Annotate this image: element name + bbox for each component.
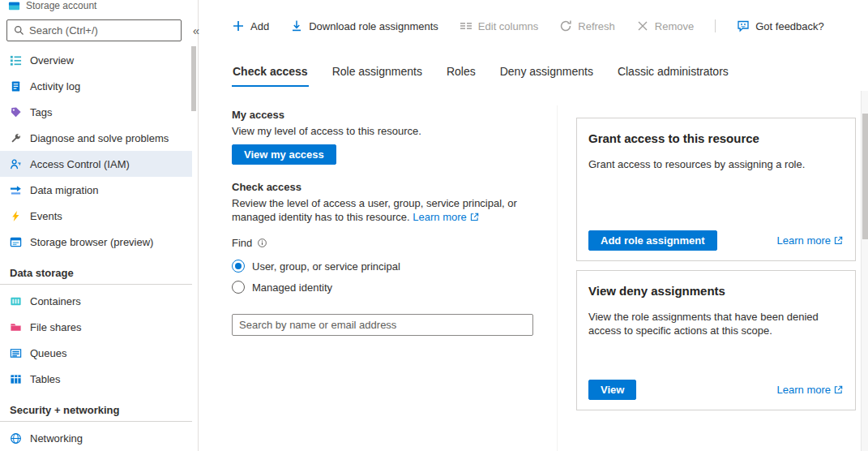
learn-more-label: Learn more: [777, 384, 831, 396]
sidebar-item-label: Access Control (IAM): [30, 158, 130, 170]
view-deny-assignments-card: View deny assignments View the role assi…: [576, 270, 856, 410]
refresh-label: Refresh: [578, 20, 615, 32]
edit-columns-button: Edit columns: [460, 19, 538, 32]
file-shares-icon: [10, 321, 22, 333]
deny-assignments-card-footer: View Learn more: [588, 380, 844, 400]
command-bar: Add Download role assignments Edit colum…: [232, 19, 824, 32]
tab-role-assignments[interactable]: Role assignments: [331, 63, 423, 87]
overview-icon: [10, 54, 22, 67]
name-or-email-search-input[interactable]: [232, 314, 533, 336]
grant-access-card: Grant access to this resource Grant acce…: [576, 118, 856, 261]
sidebar-item-queues[interactable]: Queues: [0, 340, 192, 366]
sidebar-item-label: Diagnose and solve problems: [30, 132, 169, 144]
tab-classic-administrators[interactable]: Classic administrators: [617, 63, 729, 87]
search-icon: [14, 25, 24, 36]
download-role-assignments-button[interactable]: Download role assignments: [290, 19, 438, 32]
toolbar-separator: [715, 19, 716, 32]
grant-access-card-description: Grant access to resources by assigning a…: [588, 157, 844, 171]
sidebar-item-label: Activity log: [30, 80, 80, 92]
sidebar-item-tags[interactable]: Tags: [0, 99, 192, 125]
diagnose-icon: [10, 132, 22, 144]
sidebar-item-label: Data migration: [30, 184, 99, 196]
tab-check-access[interactable]: Check access: [232, 63, 309, 87]
deny-assignments-card-description: View the role assignments that have been…: [588, 310, 844, 337]
check-access-title: Check access: [232, 181, 554, 193]
security-networking-items: Networking: [0, 422, 192, 451]
add-button[interactable]: Add: [232, 19, 269, 32]
sidebar-search-box[interactable]: [6, 19, 182, 41]
got-feedback-button[interactable]: Got feedback?: [737, 19, 824, 32]
radio-label: User, group, or service principal: [252, 260, 400, 273]
activity-log-icon: [10, 80, 22, 92]
sidebar-item-label: Containers: [30, 295, 81, 307]
sidebar-item-tables[interactable]: Tables: [0, 366, 192, 392]
check-access-learn-more-link[interactable]: Learn more: [413, 210, 479, 224]
content-divider: [557, 105, 558, 451]
data-storage-items: Containers File shares Queues: [0, 285, 192, 392]
learn-more-label: Learn more: [413, 210, 466, 224]
grant-access-learn-more-link[interactable]: Learn more: [777, 234, 844, 247]
external-link-icon: [469, 212, 480, 222]
resource-type-label: Storage account: [26, 0, 96, 11]
sidebar-section-security-networking: Security + networking: [0, 397, 192, 422]
add-role-assignment-button[interactable]: Add role assignment: [588, 230, 717, 251]
check-access-description: Review the level of access a user, group…: [232, 196, 554, 224]
refresh-icon: [559, 19, 572, 32]
radio-managed-identity[interactable]: Managed identity: [232, 277, 554, 298]
sidebar-item-networking[interactable]: Networking: [0, 425, 192, 451]
view-my-access-button[interactable]: View my access: [232, 144, 336, 165]
containers-icon: [10, 295, 22, 307]
main-scrollbar-track[interactable]: [861, 91, 868, 451]
deny-assignments-learn-more-link[interactable]: Learn more: [777, 384, 844, 396]
radio-user-group-service-principal[interactable]: User, group, or service principal: [232, 256, 554, 277]
sidebar-item-activity-log[interactable]: Activity log: [0, 73, 192, 99]
storage-account-icon: [8, 0, 20, 12]
download-label: Download role assignments: [309, 20, 438, 32]
refresh-button: Refresh: [559, 19, 615, 32]
sidebar-item-label: Networking: [30, 432, 83, 445]
radio-unselected-icon: [232, 281, 245, 294]
feedback-label: Got feedback?: [755, 20, 824, 32]
sidebar-item-diagnose[interactable]: Diagnose and solve problems: [0, 125, 192, 151]
find-label: Find: [232, 237, 252, 249]
sidebar-item-data-migration[interactable]: Data migration: [0, 177, 192, 203]
sidebar-section-data-storage: Data storage: [0, 260, 192, 285]
tab-roles[interactable]: Roles: [446, 63, 477, 87]
grant-access-card-footer: Add role assignment Learn more: [588, 230, 844, 251]
tags-icon: [10, 106, 22, 118]
add-icon: [232, 19, 245, 32]
tables-icon: [10, 373, 22, 385]
remove-button: Remove: [636, 19, 694, 32]
resource-menu: Overview Activity log Tags Diagnose and …: [0, 47, 192, 451]
add-label: Add: [250, 20, 269, 32]
sidebar-item-containers[interactable]: Containers: [0, 288, 192, 314]
feedback-icon: [737, 19, 750, 32]
check-access-panel: My access View my level of access to thi…: [232, 109, 554, 336]
queues-icon: [10, 347, 22, 359]
data-migration-icon: [10, 184, 22, 196]
storage-browser-icon: [10, 236, 22, 248]
my-access-description: View my level of access to this resource…: [232, 124, 554, 138]
view-deny-assignments-button[interactable]: View: [588, 380, 636, 400]
sidebar-item-file-shares[interactable]: File shares: [0, 314, 192, 340]
info-icon[interactable]: [257, 238, 267, 248]
sidebar-item-label: Overview: [30, 54, 74, 67]
sidebar-item-overview[interactable]: Overview: [0, 47, 192, 73]
sidebar-search-input[interactable]: [29, 24, 174, 37]
edit-columns-icon: [460, 19, 472, 32]
grant-access-card-title: Grant access to this resource: [588, 131, 844, 145]
deny-assignments-card-title: View deny assignments: [588, 284, 844, 298]
tab-deny-assignments[interactable]: Deny assignments: [499, 63, 594, 87]
sidebar-item-label: Queues: [30, 347, 67, 359]
iam-main-panel: Add Download role assignments Edit colum…: [199, 0, 868, 451]
sidebar-item-storage-browser[interactable]: Storage browser (preview): [0, 229, 192, 255]
learn-more-label: Learn more: [777, 234, 831, 247]
iam-tab-bar: Check access Role assignments Roles Deny…: [232, 63, 729, 87]
radio-label: Managed identity: [252, 281, 332, 294]
sidebar-item-label: Storage browser (preview): [30, 236, 153, 248]
sidebar-item-events[interactable]: Events: [0, 203, 192, 229]
external-link-icon: [833, 235, 844, 246]
main-scrollbar-thumb[interactable]: [862, 114, 868, 239]
sidebar-item-access-control-iam[interactable]: Access Control (IAM): [0, 151, 192, 177]
azure-portal-screen: Storage account « Overview Activity log: [0, 0, 868, 451]
